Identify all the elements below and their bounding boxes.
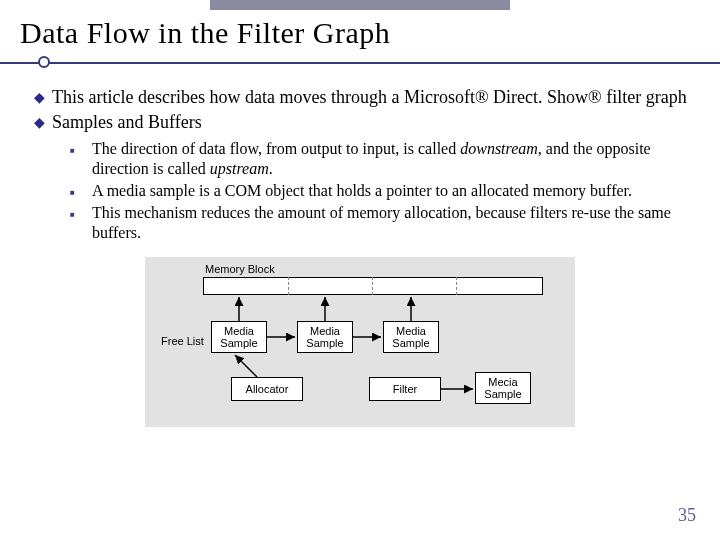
square-icon: ■	[70, 181, 92, 201]
square-icon: ■	[70, 139, 92, 179]
b1-part-b: Direct. Show	[489, 87, 588, 107]
sub-bullet-2: ■ A media sample is a COM object that ho…	[70, 181, 700, 201]
sub-bullet-1: ■ The direction of data flow, from outpu…	[70, 139, 700, 179]
top-accent-bar	[210, 0, 510, 10]
bullet-2: ◆ Samples and Buffers	[34, 111, 700, 134]
b1-part-a: This article describes how data moves th…	[52, 87, 475, 107]
b1-part-c: filter graph	[602, 87, 687, 107]
underline-line	[0, 62, 720, 64]
b1-reg1: ®	[475, 87, 489, 107]
sub2-text: A media sample is a COM object that hold…	[92, 181, 700, 201]
underline-dot	[38, 56, 50, 68]
diamond-icon: ◆	[34, 86, 52, 109]
sub-bullets: ■ The direction of data flow, from outpu…	[70, 139, 700, 243]
sub-bullet-3: ■ This mechanism reduces the amount of m…	[70, 203, 700, 243]
bullet-1: ◆ This article describes how data moves …	[34, 86, 700, 109]
sub1-em2: upstream	[210, 160, 269, 177]
b1-reg2: ®	[588, 87, 602, 107]
diagram-arrows	[145, 257, 575, 427]
bullet-1-text: This article describes how data moves th…	[52, 86, 700, 109]
sub3-text: This mechanism reduces the amount of mem…	[92, 203, 700, 243]
bullet-2-text: Samples and Buffers	[52, 111, 700, 134]
slide: Data Flow in the Filter Graph ◆ This art…	[0, 0, 720, 540]
square-icon: ■	[70, 203, 92, 243]
page-number: 35	[678, 505, 696, 526]
sub1-text: The direction of data flow, from output …	[92, 139, 700, 179]
sub1-post: .	[269, 160, 273, 177]
diagram: Memory Block Free List Media Sample Medi…	[145, 257, 575, 427]
svg-line-5	[235, 355, 257, 377]
title-underline	[20, 56, 700, 70]
content-area: ◆ This article describes how data moves …	[20, 86, 700, 427]
diamond-icon: ◆	[34, 111, 52, 134]
sub1-pre: The direction of data flow, from output …	[92, 140, 460, 157]
sub1-em1: downstream	[460, 140, 538, 157]
